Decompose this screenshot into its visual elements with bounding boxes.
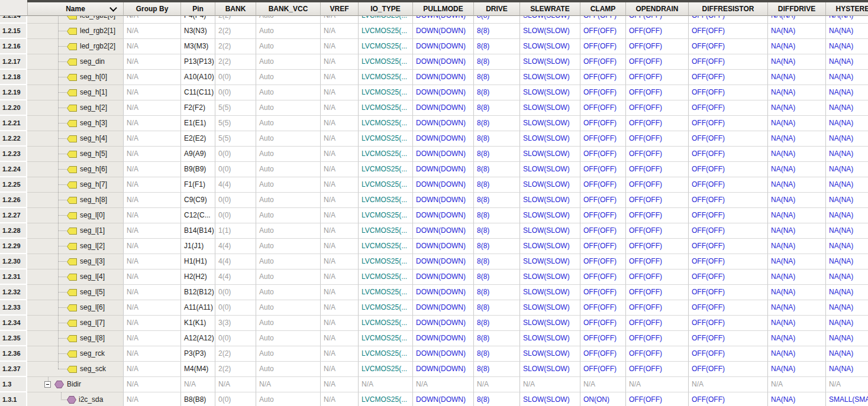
cell-pin[interactable]: J1(J1): [180, 239, 215, 254]
cell-name[interactable]: seg_rck: [27, 346, 123, 362]
cell-clamp[interactable]: OFF(OFF): [580, 100, 625, 116]
cell-slewrate[interactable]: SLOW(SLOW): [519, 239, 580, 254]
cell-diffdrive[interactable]: NA(NA): [767, 39, 825, 54]
cell-group_by[interactable]: N/A: [123, 16, 180, 24]
cell-bank[interactable]: 0(0): [215, 70, 256, 85]
cell-vref[interactable]: N/A: [320, 331, 358, 346]
cell-name[interactable]: seg_h[3]: [27, 116, 123, 131]
row-header[interactable]: 1.2.14: [0, 16, 27, 24]
cell-vref[interactable]: N/A: [320, 392, 358, 406]
cell-drive[interactable]: 8(8): [473, 362, 519, 377]
row-header[interactable]: 1.2.26: [0, 193, 27, 208]
cell-diffresistor[interactable]: OFF(OFF): [688, 54, 767, 70]
cell-bank[interactable]: 0(0): [215, 193, 256, 208]
cell-hysteresis[interactable]: NA(NA): [825, 39, 868, 54]
cell-group_by[interactable]: N/A: [123, 162, 180, 177]
cell-bank_vcc[interactable]: Auto: [256, 362, 320, 377]
cell-slewrate[interactable]: SLOW(SLOW): [519, 362, 580, 377]
column-header-clamp[interactable]: CLAMP: [580, 0, 625, 16]
cell-io_type[interactable]: LVCMOS25(...: [358, 362, 412, 377]
row-header[interactable]: 1.2.17: [0, 54, 27, 70]
column-header-pin[interactable]: Pin: [180, 0, 215, 16]
cell-pin[interactable]: B8(B8): [180, 392, 215, 406]
cell-slewrate[interactable]: SLOW(SLOW): [519, 70, 580, 85]
cell-clamp[interactable]: OFF(OFF): [580, 300, 625, 316]
cell-group_by[interactable]: N/A: [123, 70, 180, 85]
cell-hysteresis[interactable]: NA(NA): [825, 346, 868, 362]
cell-bank_vcc[interactable]: Auto: [256, 16, 320, 24]
cell-clamp[interactable]: OFF(OFF): [580, 54, 625, 70]
cell-diffresistor[interactable]: OFF(OFF): [688, 85, 767, 100]
cell-slewrate[interactable]: SLOW(SLOW): [519, 223, 580, 239]
cell-hysteresis[interactable]: SMALL(SMALL): [825, 392, 868, 406]
cell-bank_vcc[interactable]: Auto: [256, 316, 320, 331]
cell-drive[interactable]: 8(8): [473, 54, 519, 70]
cell-bank_vcc[interactable]: Auto: [256, 162, 320, 177]
cell-name[interactable]: i2c_sda: [27, 392, 123, 406]
cell-bank[interactable]: 0(0): [215, 285, 256, 300]
cell-clamp[interactable]: OFF(OFF): [580, 177, 625, 193]
cell-diffresistor[interactable]: OFF(OFF): [688, 193, 767, 208]
cell-group_by[interactable]: N/A: [123, 147, 180, 162]
cell-opendrain[interactable]: OFF(OFF): [625, 39, 688, 54]
cell-hysteresis[interactable]: NA(NA): [825, 193, 868, 208]
cell-hysteresis[interactable]: NA(NA): [825, 131, 868, 147]
cell-hysteresis[interactable]: NA(NA): [825, 147, 868, 162]
cell-drive[interactable]: 8(8): [473, 269, 519, 285]
cell-bank_vcc[interactable]: Auto: [256, 331, 320, 346]
cell-clamp[interactable]: OFF(OFF): [580, 269, 625, 285]
cell-name[interactable]: led_rgb2[0]: [27, 16, 123, 24]
row-header[interactable]: 1.2.19: [0, 85, 27, 100]
cell-bank[interactable]: 5(5): [215, 100, 256, 116]
cell-clamp[interactable]: OFF(OFF): [580, 85, 625, 100]
cell-io_type[interactable]: LVCMOS25(...: [358, 193, 412, 208]
cell-drive[interactable]: 8(8): [473, 254, 519, 269]
cell-pullmode[interactable]: DOWN(DOWN): [412, 362, 473, 377]
cell-diffdrive[interactable]: NA(NA): [767, 331, 825, 346]
cell-diffresistor[interactable]: OFF(OFF): [688, 147, 767, 162]
cell-pin[interactable]: A9(A9): [180, 147, 215, 162]
cell-diffdrive[interactable]: NA(NA): [767, 24, 825, 39]
cell-diffresistor[interactable]: OFF(OFF): [688, 223, 767, 239]
cell-slewrate[interactable]: SLOW(SLOW): [519, 392, 580, 406]
column-header-hysteresis[interactable]: HYSTERESIS: [825, 0, 868, 16]
cell-hysteresis[interactable]: NA(NA): [825, 316, 868, 331]
cell-pullmode[interactable]: DOWN(DOWN): [412, 24, 473, 39]
cell-group_by[interactable]: N/A: [123, 300, 180, 316]
cell-name[interactable]: seg_l[5]: [27, 285, 123, 300]
cell-io_type[interactable]: LVCMOS25(...: [358, 269, 412, 285]
cell-drive[interactable]: 8(8): [473, 316, 519, 331]
cell-pullmode[interactable]: DOWN(DOWN): [412, 254, 473, 269]
cell-io_type[interactable]: LVCMOS25(...: [358, 147, 412, 162]
cell-diffresistor[interactable]: OFF(OFF): [688, 39, 767, 54]
cell-slewrate[interactable]: SLOW(SLOW): [519, 208, 580, 223]
column-header-bank_vcc[interactable]: BANK_VCC: [256, 0, 320, 16]
row-header[interactable]: 1.2.30: [0, 254, 27, 269]
cell-drive[interactable]: 8(8): [473, 24, 519, 39]
cell-name[interactable]: seg_h[6]: [27, 162, 123, 177]
row-header[interactable]: 1.2.18: [0, 70, 27, 85]
row-header[interactable]: 1.2.33: [0, 300, 27, 316]
cell-io_type[interactable]: LVCMOS25(...: [358, 39, 412, 54]
cell-drive[interactable]: N/A: [473, 377, 519, 392]
cell-name[interactable]: seg_l[3]: [27, 254, 123, 269]
column-header-vref[interactable]: VREF: [320, 0, 358, 16]
cell-drive[interactable]: 8(8): [473, 285, 519, 300]
cell-opendrain[interactable]: OFF(OFF): [625, 223, 688, 239]
cell-opendrain[interactable]: OFF(OFF): [625, 100, 688, 116]
cell-diffresistor[interactable]: OFF(OFF): [688, 300, 767, 316]
cell-hysteresis[interactable]: NA(NA): [825, 300, 868, 316]
cell-pullmode[interactable]: DOWN(DOWN): [412, 193, 473, 208]
cell-opendrain[interactable]: OFF(OFF): [625, 362, 688, 377]
cell-group_by[interactable]: N/A: [123, 346, 180, 362]
row-header[interactable]: 1.2.28: [0, 223, 27, 239]
cell-drive[interactable]: 8(8): [473, 331, 519, 346]
cell-slewrate[interactable]: SLOW(SLOW): [519, 346, 580, 362]
cell-name[interactable]: seg_l[4]: [27, 269, 123, 285]
cell-bank[interactable]: 0(0): [215, 208, 256, 223]
row-header[interactable]: 1.2.24: [0, 162, 27, 177]
row-header[interactable]: 1.2.34: [0, 316, 27, 331]
cell-diffresistor[interactable]: OFF(OFF): [688, 316, 767, 331]
cell-opendrain[interactable]: OFF(OFF): [625, 300, 688, 316]
chevron-down-icon[interactable]: [109, 4, 117, 12]
